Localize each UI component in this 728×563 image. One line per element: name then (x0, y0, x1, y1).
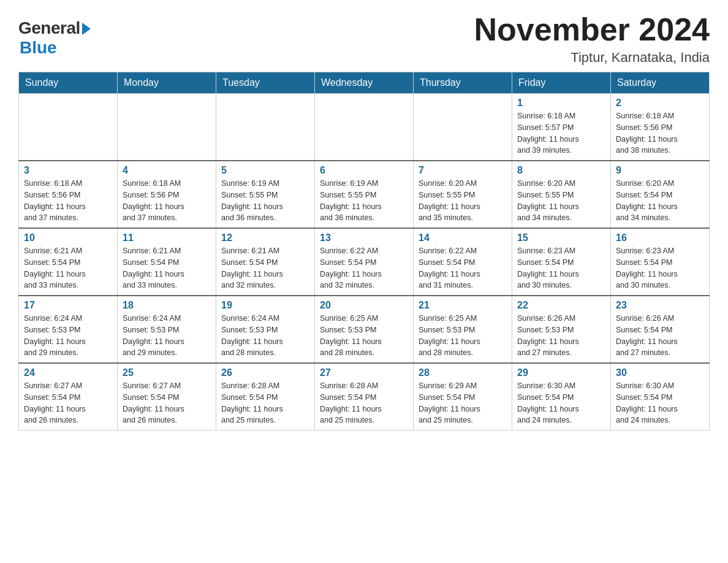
table-row: 23Sunrise: 6:26 AMSunset: 5:54 PMDayligh… (611, 296, 710, 363)
day-info: Sunrise: 6:25 AMSunset: 5:53 PMDaylight:… (320, 313, 408, 359)
day-number: 7 (419, 165, 507, 176)
day-number: 21 (419, 300, 507, 311)
table-row: 3Sunrise: 6:18 AMSunset: 5:56 PMDaylight… (19, 161, 118, 228)
day-number: 23 (616, 300, 704, 311)
table-row: 11Sunrise: 6:21 AMSunset: 5:54 PMDayligh… (118, 228, 216, 296)
day-number: 20 (320, 300, 408, 311)
day-info: Sunrise: 6:30 AMSunset: 5:54 PMDaylight:… (517, 380, 605, 426)
logo-arrow-icon (82, 23, 91, 35)
calendar-week-row: 17Sunrise: 6:24 AMSunset: 5:53 PMDayligh… (19, 296, 710, 363)
table-row: 16Sunrise: 6:23 AMSunset: 5:54 PMDayligh… (611, 228, 710, 296)
table-row: 28Sunrise: 6:29 AMSunset: 5:54 PMDayligh… (414, 363, 512, 431)
day-number: 2 (616, 98, 704, 109)
day-info: Sunrise: 6:18 AMSunset: 5:57 PMDaylight:… (517, 110, 605, 156)
table-row (414, 94, 512, 161)
day-number: 26 (221, 367, 309, 378)
header-wednesday: Wednesday (315, 72, 414, 94)
header-tuesday: Tuesday (216, 72, 315, 94)
day-info: Sunrise: 6:24 AMSunset: 5:53 PMDaylight:… (24, 313, 112, 359)
table-row: 21Sunrise: 6:25 AMSunset: 5:53 PMDayligh… (414, 296, 512, 363)
day-info: Sunrise: 6:21 AMSunset: 5:54 PMDaylight:… (24, 245, 112, 291)
day-number: 3 (24, 165, 112, 176)
day-info: Sunrise: 6:27 AMSunset: 5:54 PMDaylight:… (123, 380, 211, 426)
day-number: 22 (517, 300, 605, 311)
day-number: 1 (517, 98, 605, 109)
table-row (216, 94, 315, 161)
day-number: 15 (517, 232, 605, 243)
day-info: Sunrise: 6:20 AMSunset: 5:54 PMDaylight:… (616, 178, 704, 224)
day-info: Sunrise: 6:26 AMSunset: 5:53 PMDaylight:… (517, 313, 605, 359)
day-number: 29 (517, 367, 605, 378)
table-row: 7Sunrise: 6:20 AMSunset: 5:55 PMDaylight… (414, 161, 512, 228)
table-row: 25Sunrise: 6:27 AMSunset: 5:54 PMDayligh… (118, 363, 216, 431)
table-row: 15Sunrise: 6:23 AMSunset: 5:54 PMDayligh… (512, 228, 611, 296)
table-row: 20Sunrise: 6:25 AMSunset: 5:53 PMDayligh… (315, 296, 414, 363)
day-info: Sunrise: 6:26 AMSunset: 5:54 PMDaylight:… (616, 313, 704, 359)
table-row: 17Sunrise: 6:24 AMSunset: 5:53 PMDayligh… (19, 296, 118, 363)
day-number: 17 (24, 300, 112, 311)
day-number: 14 (419, 232, 507, 243)
day-number: 13 (320, 232, 408, 243)
day-number: 27 (320, 367, 408, 378)
location: Tiptur, Karnataka, India (474, 50, 710, 66)
day-number: 18 (123, 300, 211, 311)
day-number: 16 (616, 232, 704, 243)
day-info: Sunrise: 6:23 AMSunset: 5:54 PMDaylight:… (517, 245, 605, 291)
table-row: 14Sunrise: 6:22 AMSunset: 5:54 PMDayligh… (414, 228, 512, 296)
day-number: 8 (517, 165, 605, 176)
table-row: 4Sunrise: 6:18 AMSunset: 5:56 PMDaylight… (118, 161, 216, 228)
day-number: 5 (221, 165, 309, 176)
day-info: Sunrise: 6:19 AMSunset: 5:55 PMDaylight:… (320, 178, 408, 224)
table-row: 26Sunrise: 6:28 AMSunset: 5:54 PMDayligh… (216, 363, 315, 431)
table-row: 29Sunrise: 6:30 AMSunset: 5:54 PMDayligh… (512, 363, 611, 431)
title-block: November 2024 Tiptur, Karnataka, India (474, 12, 710, 66)
day-info: Sunrise: 6:22 AMSunset: 5:54 PMDaylight:… (419, 245, 507, 291)
day-number: 28 (419, 367, 507, 378)
table-row: 10Sunrise: 6:21 AMSunset: 5:54 PMDayligh… (19, 228, 118, 296)
header-friday: Friday (512, 72, 611, 94)
day-header-row: Sunday Monday Tuesday Wednesday Thursday… (19, 72, 710, 94)
calendar-week-row: 1Sunrise: 6:18 AMSunset: 5:57 PMDaylight… (19, 94, 710, 161)
day-number: 10 (24, 232, 112, 243)
logo: General Blue (18, 18, 91, 58)
day-number: 11 (123, 232, 211, 243)
day-number: 6 (320, 165, 408, 176)
table-row: 18Sunrise: 6:24 AMSunset: 5:53 PMDayligh… (118, 296, 216, 363)
table-row: 5Sunrise: 6:19 AMSunset: 5:55 PMDaylight… (216, 161, 315, 228)
header-saturday: Saturday (611, 72, 710, 94)
day-number: 4 (123, 165, 211, 176)
table-row: 2Sunrise: 6:18 AMSunset: 5:56 PMDaylight… (611, 94, 710, 161)
calendar-week-row: 10Sunrise: 6:21 AMSunset: 5:54 PMDayligh… (19, 228, 710, 296)
day-info: Sunrise: 6:21 AMSunset: 5:54 PMDaylight:… (221, 245, 309, 291)
day-number: 30 (616, 367, 704, 378)
day-info: Sunrise: 6:18 AMSunset: 5:56 PMDaylight:… (24, 178, 112, 224)
table-row: 27Sunrise: 6:28 AMSunset: 5:54 PMDayligh… (315, 363, 414, 431)
day-info: Sunrise: 6:20 AMSunset: 5:55 PMDaylight:… (517, 178, 605, 224)
day-info: Sunrise: 6:24 AMSunset: 5:53 PMDaylight:… (221, 313, 309, 359)
day-number: 19 (221, 300, 309, 311)
calendar-table: Sunday Monday Tuesday Wednesday Thursday… (18, 72, 710, 431)
calendar-week-row: 3Sunrise: 6:18 AMSunset: 5:56 PMDaylight… (19, 161, 710, 228)
day-info: Sunrise: 6:25 AMSunset: 5:53 PMDaylight:… (419, 313, 507, 359)
day-number: 9 (616, 165, 704, 176)
day-info: Sunrise: 6:30 AMSunset: 5:54 PMDaylight:… (616, 380, 704, 426)
logo-general-text: General (18, 18, 80, 38)
day-number: 25 (123, 367, 211, 378)
table-row: 6Sunrise: 6:19 AMSunset: 5:55 PMDaylight… (315, 161, 414, 228)
day-info: Sunrise: 6:24 AMSunset: 5:53 PMDaylight:… (123, 313, 211, 359)
table-row (315, 94, 414, 161)
header-monday: Monday (118, 72, 216, 94)
table-row: 22Sunrise: 6:26 AMSunset: 5:53 PMDayligh… (512, 296, 611, 363)
day-number: 24 (24, 367, 112, 378)
table-row: 30Sunrise: 6:30 AMSunset: 5:54 PMDayligh… (611, 363, 710, 431)
day-info: Sunrise: 6:18 AMSunset: 5:56 PMDaylight:… (123, 178, 211, 224)
table-row: 8Sunrise: 6:20 AMSunset: 5:55 PMDaylight… (512, 161, 611, 228)
table-row: 12Sunrise: 6:21 AMSunset: 5:54 PMDayligh… (216, 228, 315, 296)
table-row: 1Sunrise: 6:18 AMSunset: 5:57 PMDaylight… (512, 94, 611, 161)
day-info: Sunrise: 6:23 AMSunset: 5:54 PMDaylight:… (616, 245, 704, 291)
day-info: Sunrise: 6:27 AMSunset: 5:54 PMDaylight:… (24, 380, 112, 426)
day-info: Sunrise: 6:28 AMSunset: 5:54 PMDaylight:… (320, 380, 408, 426)
table-row: 13Sunrise: 6:22 AMSunset: 5:54 PMDayligh… (315, 228, 414, 296)
calendar-week-row: 24Sunrise: 6:27 AMSunset: 5:54 PMDayligh… (19, 363, 710, 431)
table-row: 24Sunrise: 6:27 AMSunset: 5:54 PMDayligh… (19, 363, 118, 431)
